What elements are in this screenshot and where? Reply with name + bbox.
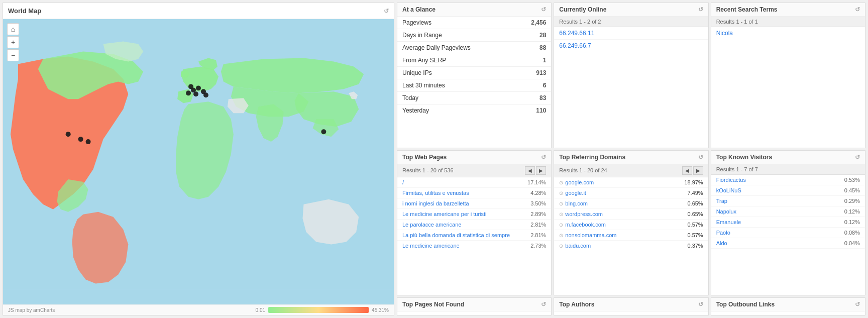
stat-row: Yesterday110 bbox=[397, 104, 551, 117]
visitor-row: Emanuele0.12% bbox=[711, 217, 865, 228]
page-pct: 2.81% bbox=[530, 222, 546, 228]
visitor-row: Fiordicactus0.53% bbox=[711, 175, 865, 185]
map-panel: World Map ↺ ⌂ + − bbox=[3, 3, 394, 315]
map-refresh-icon[interactable]: ↺ bbox=[384, 8, 389, 15]
top-authors-refresh[interactable]: ↺ bbox=[698, 301, 703, 308]
domain-link[interactable]: bing.com bbox=[565, 200, 588, 206]
search-term-link[interactable]: Nicola bbox=[711, 27, 865, 39]
svg-point-10 bbox=[86, 139, 91, 144]
domain-row: ⊙nonsolomamma.com0.57% bbox=[554, 230, 708, 241]
top-pages-not-found-widget: Top Pages Not Found ↺ bbox=[397, 297, 552, 315]
stat-value: 1 bbox=[543, 57, 547, 64]
page-link[interactable]: i nomi inglesi da barzelletta bbox=[402, 200, 469, 206]
domain-link[interactable]: m.facebook.com bbox=[565, 222, 606, 228]
top-web-pages-subheader: Results 1 - 20 of 536 ◀ ▶ bbox=[397, 164, 551, 177]
svg-point-11 bbox=[321, 129, 326, 134]
visitor-link[interactable]: Paolo bbox=[716, 230, 730, 236]
domain-pct: 0.57% bbox=[687, 232, 703, 238]
visitor-link[interactable]: Napolux bbox=[716, 208, 736, 215]
domain-row: ⊙google.it7.49% bbox=[554, 188, 708, 198]
top-web-pages-refresh[interactable]: ↺ bbox=[541, 154, 546, 161]
top-web-pages-header: Top Web Pages ↺ bbox=[397, 151, 551, 164]
page-row: Le parolacce americane2.81% bbox=[397, 220, 551, 230]
domain-link[interactable]: google.com bbox=[565, 179, 594, 185]
top-outbound-links-header: Top Outbound Links ↺ bbox=[711, 298, 865, 311]
currently-online-refresh[interactable]: ↺ bbox=[698, 6, 703, 13]
top-authors-title: Top Authors bbox=[559, 301, 594, 308]
page-link[interactable]: Le parolacce americane bbox=[402, 222, 461, 228]
top-web-pages-widget: Top Web Pages ↺ Results 1 - 20 of 536 ◀ … bbox=[397, 150, 552, 296]
svg-point-9 bbox=[78, 137, 83, 142]
world-map-svg bbox=[3, 19, 394, 304]
map-home-button[interactable]: ⌂ bbox=[7, 23, 19, 35]
top-known-visitors-title: Top Known Visitors bbox=[716, 154, 773, 161]
stat-value: 110 bbox=[536, 107, 546, 114]
top-web-pages-prev[interactable]: ◀ bbox=[525, 166, 535, 175]
recent-search-terms-widget: Recent Search Terms ↺ Results 1 - 1 of 1… bbox=[711, 3, 865, 148]
visitor-row: Napolux0.12% bbox=[711, 206, 865, 217]
top-referring-next[interactable]: ▶ bbox=[693, 166, 703, 175]
legend-max: 45.31% bbox=[372, 307, 389, 313]
stat-row: Days in Range28 bbox=[397, 29, 551, 42]
domain-pct: 0.65% bbox=[687, 200, 703, 206]
page-link[interactable]: Firmitas, utilitas e venustas bbox=[402, 190, 469, 196]
at-a-glance-title: At a Glance bbox=[402, 6, 436, 13]
domain-icon: ⊙ bbox=[559, 190, 563, 196]
page-link[interactable]: La più bella domanda di statistica di se… bbox=[402, 232, 510, 238]
page-link[interactable]: / bbox=[402, 179, 404, 185]
domain-icon: ⊙ bbox=[559, 222, 563, 228]
page-pct: 3.50% bbox=[530, 200, 546, 206]
stat-label: Yesterday bbox=[402, 107, 429, 114]
top-referring-prev[interactable]: ◀ bbox=[682, 166, 692, 175]
domain-pct: 18.97% bbox=[684, 179, 703, 185]
recent-search-body: Nicola bbox=[711, 27, 865, 148]
page-link[interactable]: Le medicine americane per i turisti bbox=[402, 211, 487, 217]
stat-row: Today83 bbox=[397, 92, 551, 104]
top-authors-widget: Top Authors ↺ bbox=[554, 297, 708, 315]
ip-link[interactable]: 66.249.66.11 bbox=[554, 27, 708, 40]
legend-min: 0.01 bbox=[256, 307, 265, 313]
page-row: i nomi inglesi da barzelletta3.50% bbox=[397, 198, 551, 209]
visitor-link[interactable]: Trap bbox=[716, 198, 727, 204]
visitor-link[interactable]: Emanuele bbox=[716, 219, 741, 225]
svg-point-8 bbox=[66, 132, 71, 137]
ip-link[interactable]: 66.249.66.7 bbox=[554, 40, 708, 52]
stat-label: Last 30 minutes bbox=[402, 82, 445, 89]
top-row: At a Glance ↺ Pageviews2,456Days in Rang… bbox=[397, 3, 865, 148]
stat-value: 2,456 bbox=[531, 19, 546, 26]
top-known-visitors-refresh[interactable]: ↺ bbox=[855, 154, 860, 161]
top-pages-not-found-refresh[interactable]: ↺ bbox=[541, 301, 546, 308]
visitor-link[interactable]: kOoLiNuS bbox=[716, 187, 741, 193]
svg-point-7 bbox=[186, 90, 191, 95]
map-zoom-in-button[interactable]: + bbox=[7, 36, 19, 48]
stat-row: Pageviews2,456 bbox=[397, 17, 551, 29]
top-referring-domains-refresh[interactable]: ↺ bbox=[698, 154, 703, 161]
visitor-row: Aldo0.04% bbox=[711, 238, 865, 249]
map-container: ⌂ + − bbox=[3, 19, 394, 304]
stat-row: Last 30 minutes6 bbox=[397, 79, 551, 92]
domain-link[interactable]: wordpress.com bbox=[565, 211, 603, 217]
visitor-link[interactable]: Aldo bbox=[716, 240, 727, 246]
map-title: World Map bbox=[8, 7, 41, 15]
stat-value: 6 bbox=[543, 82, 547, 89]
visitor-link[interactable]: Fiordicactus bbox=[716, 177, 746, 183]
top-referring-domains-title: Top Referring Domains bbox=[559, 154, 625, 161]
map-zoom-out-button[interactable]: − bbox=[7, 49, 19, 61]
page-link[interactable]: Le medicine americane bbox=[402, 243, 460, 249]
top-known-visitors-subheader: Results 1 - 7 of 7 bbox=[711, 164, 865, 175]
visitor-pct: 0.12% bbox=[844, 208, 860, 215]
top-authors-header: Top Authors ↺ bbox=[554, 298, 708, 311]
stat-label: Pageviews bbox=[402, 19, 431, 26]
domain-link[interactable]: google.it bbox=[565, 190, 586, 196]
at-a-glance-refresh[interactable]: ↺ bbox=[541, 6, 546, 13]
top-web-pages-next[interactable]: ▶ bbox=[536, 166, 546, 175]
recent-search-terms-header: Recent Search Terms ↺ bbox=[711, 3, 865, 17]
domain-link[interactable]: baidu.com bbox=[565, 243, 591, 249]
top-outbound-links-refresh[interactable]: ↺ bbox=[855, 301, 860, 308]
top-referring-nav: ◀ ▶ bbox=[682, 166, 703, 175]
top-pages-not-found-header: Top Pages Not Found ↺ bbox=[397, 298, 551, 311]
svg-point-6 bbox=[203, 92, 208, 97]
domain-link[interactable]: nonsolomamma.com bbox=[565, 232, 616, 238]
recent-search-refresh[interactable]: ↺ bbox=[855, 6, 860, 13]
stat-value: 28 bbox=[539, 32, 546, 39]
